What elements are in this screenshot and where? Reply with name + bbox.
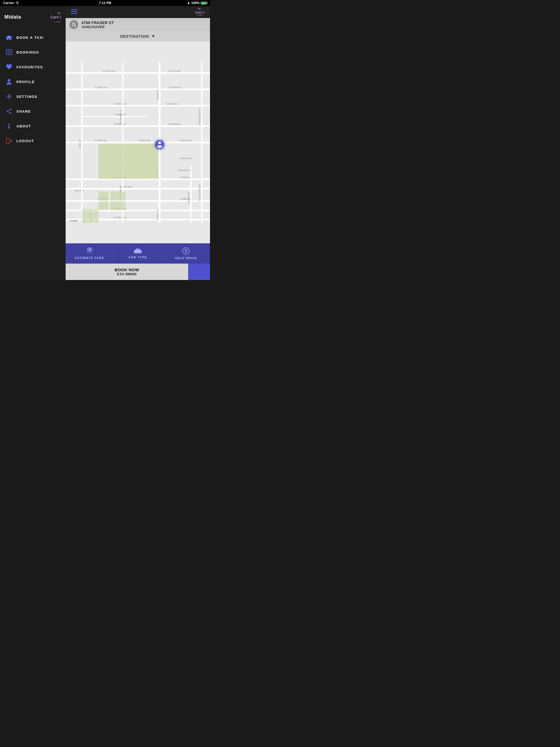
hamburger-button[interactable]	[71, 9, 77, 15]
status-bar: Carrier 7:12 PM 100%	[0, 0, 210, 6]
sidebar-item-about[interactable]: ABOUT	[0, 119, 66, 133]
svg-point-11	[8, 96, 10, 98]
info-icon	[5, 123, 12, 130]
sidebar-label-book-taxi: BOOK A TAXI	[17, 35, 44, 40]
svg-text:E 30th Ave: E 30th Ave	[169, 123, 180, 126]
logout-icon	[5, 137, 12, 145]
bottom-tabs: ESTIMATE FARE CAR TYPE	[66, 243, 210, 264]
svg-text:Prince Albert St: Prince Albert St	[198, 184, 201, 201]
svg-text:E 29th Ave: E 29th Ave	[166, 103, 178, 105]
sidebar-label-about: ABOUT	[17, 124, 31, 128]
svg-rect-76	[98, 144, 158, 179]
address-bar: 4768 FRASER ST VANCOUVER	[66, 18, 210, 31]
sidebar-app-name: Mtdata	[4, 14, 21, 20]
svg-point-106	[135, 253, 136, 254]
svg-text:E 33rd Ave: E 33rd Ave	[180, 176, 192, 179]
sidebar-item-bookings[interactable]: BOOKINGS	[0, 45, 66, 60]
book-now-eta: ETA 5MINS	[117, 272, 137, 276]
sidebar-item-favourites[interactable]: FAVOURITES	[0, 60, 66, 74]
svg-rect-78	[82, 209, 98, 223]
sidebar-label-settings: SETTINGS	[17, 95, 37, 99]
destination-label: DESTINATION	[120, 34, 149, 38]
location-icon	[187, 1, 190, 5]
svg-point-12	[7, 111, 8, 112]
sidebar-item-settings[interactable]: SETTINGS	[0, 89, 66, 104]
book-now-label: BOOK NOW	[114, 267, 139, 272]
sidebar-header: Mtdata Mc Lure's CABS	[0, 6, 66, 27]
svg-rect-19	[6, 138, 9, 143]
battery-fill	[201, 2, 206, 4]
svg-text:E 37th Ave: E 37th Ave	[114, 216, 126, 219]
status-bar-time: 7:12 PM	[99, 1, 111, 5]
svg-point-17	[8, 124, 10, 125]
main-container: Mtdata Mc Lure's CABS B	[0, 0, 210, 280]
book-now-button[interactable]: BOOK NOW ETA 5MINS	[66, 264, 188, 280]
battery-indicator	[201, 2, 207, 5]
destination-bar[interactable]: DESTINATION ▼	[66, 31, 210, 42]
sidebar-label-profile: PROFILE	[17, 80, 35, 84]
svg-rect-109	[183, 248, 189, 254]
tab-help-drive[interactable]: HELP DRIVE	[162, 243, 210, 264]
search-icon	[72, 22, 76, 27]
svg-point-102	[89, 248, 91, 250]
sidebar-logo: Mc Lure's CABS	[50, 11, 61, 23]
sidebar-item-logout[interactable]: LOGOUT	[0, 133, 66, 148]
svg-point-14	[10, 113, 11, 114]
svg-text:St George St: St George St	[119, 109, 122, 124]
svg-text:John St: John St	[78, 139, 81, 148]
svg-text:Google: Google	[70, 219, 78, 222]
svg-rect-101	[87, 251, 92, 253]
svg-point-107	[139, 253, 141, 254]
topbar-logo: Mc Lure's CABS	[195, 8, 205, 16]
content-area: Mc Lure's CABS 4768 FRASER ST VANCOUVER …	[66, 6, 210, 280]
sidebar-label-logout: LOGOUT	[17, 139, 34, 143]
book-now-bar: BOOK NOW ETA 5MINS	[66, 264, 210, 280]
map-view: E 27th Ave E 27th Ave E 28th Ave E 28th …	[66, 42, 210, 243]
estimate-fare-icon	[85, 248, 94, 255]
taxi-icon	[5, 34, 12, 41]
status-bar-right: 100%	[187, 1, 207, 5]
svg-text:E 31st Ave: E 31st Ave	[139, 139, 151, 142]
svg-text:E 27th Ave: E 27th Ave	[169, 70, 180, 73]
list-icon	[5, 49, 12, 56]
address-city: VANCOUVER	[81, 25, 114, 29]
help-drive-icon	[182, 247, 190, 255]
svg-line-16	[8, 112, 10, 113]
svg-text:Fraser St: Fraser St	[156, 90, 159, 100]
sidebar-item-share[interactable]: SHARE	[0, 104, 66, 119]
svg-text:E 31st Ave: E 31st Ave	[95, 139, 107, 142]
tab-label-help-drive: HELP DRIVE	[175, 256, 197, 260]
tab-estimate-fare[interactable]: ESTIMATE FARE	[66, 243, 114, 264]
sidebar-item-book-taxi[interactable]: BOOK A TAXI	[0, 30, 66, 45]
sidebar: Mtdata Mc Lure's CABS B	[0, 6, 66, 280]
svg-point-93	[158, 141, 161, 144]
car-type-icon	[133, 248, 142, 254]
status-bar-left: Carrier	[3, 1, 19, 5]
svg-point-91	[155, 140, 164, 150]
search-button[interactable]	[70, 20, 78, 29]
address-street: 4768 FRASER ST	[81, 21, 114, 25]
svg-text:E 28th Ave: E 28th Ave	[95, 86, 107, 89]
chevron-down-icon: ▼	[151, 34, 156, 39]
svg-text:Prince Albert St: Prince Albert St	[198, 108, 201, 125]
svg-point-13	[10, 109, 11, 110]
svg-text:E 29th Ave: E 29th Ave	[114, 103, 126, 105]
svg-rect-108	[136, 249, 139, 250]
svg-line-25	[75, 25, 76, 27]
map-area[interactable]: E 27th Ave E 27th Ave E 28th Ave E 28th …	[66, 42, 210, 243]
svg-rect-4	[8, 36, 10, 37]
sidebar-nav: BOOK A TAXI BOOKINGS	[0, 27, 66, 280]
person-icon	[5, 78, 12, 85]
svg-text:E 31st Ave: E 31st Ave	[180, 139, 192, 142]
svg-text:E 28th Ave: E 28th Ave	[169, 86, 180, 89]
svg-text:E 32nd Ave: E 32nd Ave	[179, 157, 192, 160]
svg-rect-18	[8, 126, 9, 129]
svg-point-9	[8, 79, 10, 82]
tab-label-car-type: CAR TYPE	[128, 256, 147, 259]
tab-car-type[interactable]: CAR TYPE	[114, 243, 162, 264]
sidebar-label-bookings: BOOKINGS	[17, 50, 39, 54]
carrier-label: Carrier	[3, 1, 14, 5]
sidebar-item-profile[interactable]: PROFILE	[0, 74, 66, 89]
share-icon	[5, 108, 12, 115]
sidebar-label-favourites: FAVOURITES	[17, 65, 43, 69]
